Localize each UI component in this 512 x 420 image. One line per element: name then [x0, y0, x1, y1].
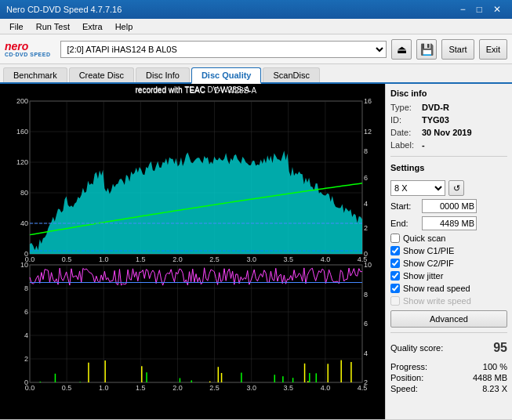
show-write-speed-label: Show write speed	[403, 296, 471, 306]
chart-area: recorded with TEAC DV-W28S-A	[0, 84, 385, 419]
start-field[interactable]	[422, 199, 477, 213]
position-value: 4488 MB	[473, 373, 507, 382]
menu-bar: File Run Test Extra Help	[0, 19, 512, 34]
quality-score-value: 95	[493, 341, 507, 355]
minimize-button[interactable]: −	[456, 2, 470, 16]
show-c1-pie-label: Show C1/PIE	[403, 246, 454, 255]
show-read-speed-row: Show read speed	[390, 284, 507, 293]
nero-logo: nero	[5, 41, 51, 52]
date-value: 30 Nov 2019	[422, 128, 472, 137]
app-logo: nero CD·DVD SPEED	[5, 41, 51, 57]
menu-file[interactable]: File	[3, 20, 30, 33]
speed-display-value: 8.23 X	[482, 384, 507, 393]
advanced-button[interactable]: Advanced	[390, 310, 507, 328]
quality-score-label: Quality score:	[390, 343, 443, 353]
end-field-label: End:	[390, 219, 419, 228]
show-jitter-label: Show jitter	[403, 271, 443, 281]
show-c2-pif-row: Show C2/PIF	[390, 259, 507, 268]
start-field-row: Start:	[390, 199, 507, 213]
show-read-speed-label: Show read speed	[403, 284, 470, 293]
show-read-speed-checkbox[interactable]	[390, 284, 400, 293]
save-icon[interactable]: 💾	[416, 39, 437, 60]
exit-button[interactable]: Exit	[479, 39, 507, 60]
quick-scan-checkbox[interactable]	[390, 234, 400, 243]
disc-type-row: Type: DVD-R	[390, 103, 507, 112]
position-row: Position: 4488 MB	[390, 372, 507, 383]
start-field-label: Start:	[390, 201, 419, 211]
disc-id-row: ID: TYG03	[390, 115, 507, 125]
label-label: Label:	[390, 140, 419, 150]
show-c2-pif-checkbox[interactable]	[390, 259, 400, 268]
quick-scan-label: Quick scan	[403, 234, 445, 243]
main-content: recorded with TEAC DV-W28S-A Disc info T…	[0, 84, 512, 419]
progress-section: Progress: 100 % Position: 4488 MB Speed:…	[390, 361, 507, 394]
menu-help[interactable]: Help	[109, 20, 140, 33]
show-write-speed-row: Show write speed	[390, 296, 507, 306]
speed-display-label: Speed:	[390, 384, 418, 393]
menu-run-test[interactable]: Run Test	[30, 20, 76, 33]
type-value: DVD-R	[422, 103, 449, 112]
speed-display-row: Speed: 8.23 X	[390, 383, 507, 394]
tab-create-disc[interactable]: Create Disc	[69, 67, 134, 82]
id-value: TYG03	[422, 115, 449, 125]
end-field-row: End:	[390, 216, 507, 230]
disc-date-row: Date: 30 Nov 2019	[390, 128, 507, 137]
speed-select[interactable]: 8 X 4 X 6 X Maximum	[390, 180, 445, 196]
app-title: Nero CD-DVD Speed 4.7.7.16	[6, 5, 122, 14]
progress-row: Progress: 100 %	[390, 361, 507, 372]
show-c1-pie-row: Show C1/PIE	[390, 246, 507, 255]
toolbar: nero CD·DVD SPEED [2:0] ATAPI iHAS124 B …	[0, 34, 512, 64]
date-label: Date:	[390, 128, 419, 137]
tab-scan-disc[interactable]: ScanDisc	[263, 67, 319, 82]
close-button[interactable]: ✕	[488, 2, 506, 16]
refresh-icon[interactable]: ↺	[448, 180, 464, 196]
window-controls: − □ ✕	[456, 2, 506, 16]
type-label: Type:	[390, 103, 419, 112]
start-button[interactable]: Start	[441, 39, 474, 60]
show-jitter-row: Show jitter	[390, 271, 507, 281]
app-subtitle: CD·DVD SPEED	[5, 52, 51, 57]
disc-label-row: Label: -	[390, 140, 507, 150]
right-panel: Disc info Type: DVD-R ID: TYG03 Date: 30…	[385, 84, 512, 419]
title-bar: Nero CD-DVD Speed 4.7.7.16 − □ ✕	[0, 0, 512, 19]
tab-disc-info[interactable]: Disc Info	[136, 67, 190, 82]
chart-recorded-label: recorded with TEAC DV-W28S-A	[136, 85, 250, 94]
show-c2-pif-label: Show C2/PIF	[403, 259, 454, 268]
show-jitter-checkbox[interactable]	[390, 271, 400, 281]
menu-extra[interactable]: Extra	[76, 20, 109, 33]
label-value: -	[422, 140, 425, 150]
position-label: Position:	[390, 373, 423, 382]
settings-title: Settings	[390, 163, 507, 172]
show-write-speed-checkbox[interactable]	[390, 296, 400, 306]
tab-disc-quality[interactable]: Disc Quality	[191, 67, 262, 84]
speed-row: 8 X 4 X 6 X Maximum ↺	[390, 180, 507, 196]
progress-value: 100 %	[483, 362, 507, 371]
progress-label: Progress:	[390, 362, 427, 371]
maximize-button[interactable]: □	[472, 2, 487, 16]
id-label: ID:	[390, 115, 419, 125]
end-field[interactable]	[422, 216, 477, 230]
quality-score-row: Quality score: 95	[390, 341, 507, 355]
quick-scan-row: Quick scan	[390, 234, 507, 243]
tab-benchmark[interactable]: Benchmark	[3, 67, 67, 82]
disc-info-title: Disc info	[390, 89, 507, 98]
drive-select[interactable]: [2:0] ATAPI iHAS124 B AL0S	[60, 41, 387, 58]
eject-icon[interactable]: ⏏	[391, 39, 412, 60]
show-c1-pie-checkbox[interactable]	[390, 246, 400, 255]
tab-bar: Benchmark Create Disc Disc Info Disc Qua…	[0, 64, 512, 84]
